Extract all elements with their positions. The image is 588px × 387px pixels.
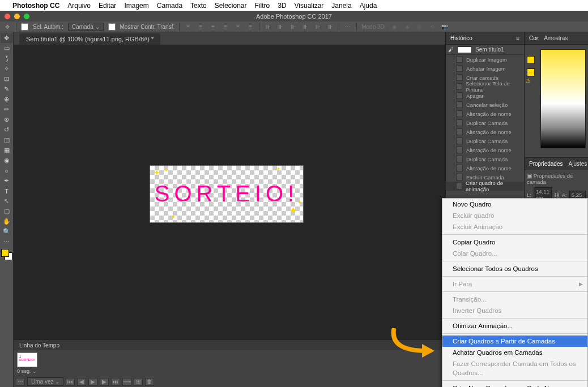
history-tab[interactable]: Histórico xyxy=(450,35,472,41)
link-icon[interactable]: ⛓ xyxy=(554,192,560,198)
stamp-tool[interactable]: ⊛ xyxy=(1,115,13,124)
history-item[interactable]: Alteração de nome xyxy=(446,145,524,154)
adjust-tab[interactable]: Ajustes xyxy=(568,161,587,167)
window-close-icon[interactable] xyxy=(5,14,10,19)
last-frame-icon[interactable]: ⏭ xyxy=(111,378,120,386)
menu-visualizar[interactable]: Visualizar xyxy=(295,2,324,10)
align-icon[interactable]: ≡ xyxy=(184,23,192,31)
blur-tool[interactable]: ◉ xyxy=(1,156,13,165)
align-icon[interactable]: ≡ xyxy=(209,23,217,31)
shape-tool[interactable]: ▢ xyxy=(1,207,13,216)
history-item[interactable]: Criar quadro de animação xyxy=(446,182,524,191)
distribute-icon[interactable]: ⊪ xyxy=(276,23,284,31)
loop-dropdown[interactable]: Uma vez ⌄ xyxy=(27,377,63,386)
distribute-icon[interactable]: ⊪ xyxy=(326,23,334,31)
heal-tool[interactable]: ⊕ xyxy=(1,94,13,104)
more-tools[interactable]: ⋯ xyxy=(1,237,13,247)
context-menu-item[interactable]: Criar Nova Camada para Cada Novo Quadro xyxy=(442,382,587,387)
align-icon[interactable]: ≡ xyxy=(234,23,242,31)
lasso-tool[interactable]: ⟆ xyxy=(1,54,13,63)
hand-tool[interactable]: ✋ xyxy=(1,217,13,226)
window-zoom-icon[interactable] xyxy=(24,14,29,19)
swatches-tab[interactable]: Amostras xyxy=(544,35,568,41)
history-step-icon xyxy=(456,74,463,81)
distribute-icon[interactable]: ⊪ xyxy=(289,23,297,31)
move-tool[interactable]: ✥ xyxy=(1,33,13,43)
tween-icon[interactable]: ⟿ xyxy=(122,378,131,386)
context-menu-item[interactable]: Copiar Quadro xyxy=(442,236,587,248)
color-picker[interactable] xyxy=(540,49,586,148)
window-min-icon[interactable] xyxy=(14,14,20,19)
history-item[interactable]: Achatar Imagem xyxy=(446,64,524,73)
align-icon[interactable]: ≡ xyxy=(246,23,254,31)
brush-tool[interactable]: ✏ xyxy=(1,105,13,114)
menu-arquivo[interactable]: Arquivo xyxy=(67,2,91,10)
align-icon[interactable]: ≡ xyxy=(197,23,204,31)
crop-tool[interactable]: ⊡ xyxy=(1,74,13,84)
ellipsis-icon[interactable]: ⋯ xyxy=(344,23,352,31)
showtransform-checkbox[interactable] xyxy=(108,23,116,31)
menu-filtro[interactable]: Filtro xyxy=(254,2,270,10)
distribute-icon[interactable]: ⊪ xyxy=(314,23,322,31)
menubar-app[interactable]: Photoshop CC xyxy=(12,2,59,10)
context-menu-item[interactable]: Otimizar Animação... xyxy=(442,320,587,332)
menu-ajuda[interactable]: Ajuda xyxy=(360,2,377,10)
canvas[interactable]: ✦ ✦ ✦ ✦ ✦ ✦ SORTEIO! xyxy=(150,165,304,223)
frame-thumb[interactable]: SORTEIO! xyxy=(17,352,37,367)
zoom-tool[interactable]: 🔍 xyxy=(1,227,13,236)
context-menu-item[interactable]: Novo Quadro xyxy=(442,199,587,210)
type-tool[interactable]: T xyxy=(1,186,13,196)
context-menu-item[interactable]: Criar Quadros a Partir de Camadas xyxy=(442,336,587,347)
new-frame-icon[interactable]: ⊞ xyxy=(134,378,143,386)
distribute-icon[interactable]: ⊪ xyxy=(301,23,309,31)
menu-3d[interactable]: 3D xyxy=(278,2,286,10)
history-item[interactable]: Cancelar seleção xyxy=(446,100,524,109)
menu-camada[interactable]: Camada xyxy=(157,2,182,10)
history-item[interactable]: Alteração de nome xyxy=(446,164,524,173)
context-menu-item[interactable]: Achatar Quadros em Camadas xyxy=(442,347,587,358)
doc-tab[interactable]: Sem título1 @ 100% (figura11.png, RGB/8#… xyxy=(19,33,160,45)
marquee-tool[interactable]: ▭ xyxy=(1,44,13,53)
history-item[interactable]: Duplicar Camada xyxy=(446,154,524,164)
pen-tool[interactable]: ✒ xyxy=(1,176,13,186)
panel-menu-icon[interactable]: ≡ xyxy=(516,35,519,41)
prev-frame-icon[interactable]: ◀ xyxy=(77,378,86,386)
path-tool[interactable]: ↖ xyxy=(1,196,13,206)
autosel-label: Sel. Autom.: xyxy=(33,24,63,30)
history-item[interactable]: Alteração de nome xyxy=(446,109,524,118)
first-frame-icon[interactable]: ⏮ xyxy=(66,378,75,386)
eyedropper-tool[interactable]: ✎ xyxy=(1,84,13,94)
menu-texto[interactable]: Texto xyxy=(190,2,207,10)
animation-frame[interactable]: SORTEIO! 0 seg. ⌄ xyxy=(17,352,37,374)
autosel-checkbox[interactable] xyxy=(21,23,28,31)
properties-tab[interactable]: Propriedades xyxy=(529,161,563,167)
history-item[interactable]: Alteração de nome xyxy=(446,127,524,136)
menu-imagem[interactable]: Imagem xyxy=(124,2,148,10)
history-brush-tool[interactable]: ↺ xyxy=(1,125,13,135)
play-icon[interactable]: ▶ xyxy=(88,378,97,386)
fg-swatch[interactable] xyxy=(527,56,535,64)
history-item[interactable]: Selecionar Tela de Pintura xyxy=(446,82,524,91)
menu-editar[interactable]: Editar xyxy=(99,2,116,10)
distribute-icon[interactable]: ⊪ xyxy=(264,23,272,31)
history-item[interactable]: Duplicar Imagem xyxy=(446,55,524,64)
context-menu-item[interactable]: Selecionar Todos os Quadros xyxy=(442,263,587,274)
menu-selecionar[interactable]: Selecionar xyxy=(215,2,247,10)
dodge-tool[interactable]: ○ xyxy=(1,166,13,175)
menu-janela[interactable]: Janela xyxy=(331,2,351,10)
history-item[interactable]: Duplicar Camada xyxy=(446,136,524,145)
gradient-tool[interactable]: ▦ xyxy=(1,145,13,155)
eraser-tool[interactable]: ◫ xyxy=(1,135,13,145)
wand-tool[interactable]: ✧ xyxy=(1,64,13,74)
history-item[interactable]: Duplicar Camada xyxy=(446,118,524,127)
bg-swatch[interactable] xyxy=(527,68,535,76)
frame-delay[interactable]: 0 seg. ⌄ xyxy=(17,368,37,374)
next-frame-icon[interactable]: ▶ xyxy=(100,378,109,386)
color-swatch[interactable] xyxy=(1,249,12,260)
align-icon[interactable]: ≡ xyxy=(221,23,229,31)
autosel-dropdown[interactable]: Camada ⌄ xyxy=(68,23,104,31)
color-tab[interactable]: Cor xyxy=(529,35,538,41)
delete-frame-icon[interactable]: 🗑 xyxy=(145,378,154,386)
history-snapshot[interactable]: 🖌 Sem título1 xyxy=(446,45,524,55)
ellipsis-icon[interactable]: ⋯ xyxy=(16,378,25,386)
